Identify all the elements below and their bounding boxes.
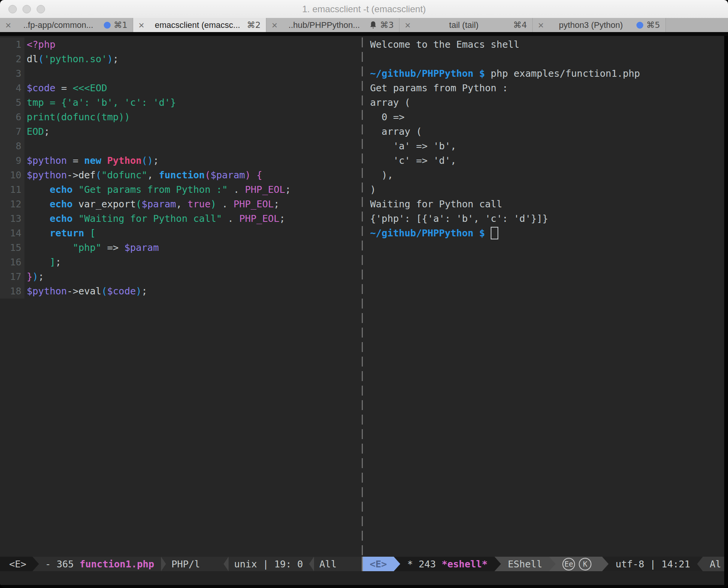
- tab-label: python3 (Python): [548, 20, 634, 30]
- code-token: (: [142, 155, 147, 166]
- powerline-arrow: [602, 557, 609, 571]
- modeline-segment: utf-8 | 14:21: [609, 557, 697, 571]
- tab-bar-filler: [666, 18, 728, 32]
- code-token: (: [96, 170, 101, 181]
- shell-line: 'a' => 'b',: [363, 139, 724, 153]
- tab-3[interactable]: ×..hub/PHPPython...⌘3: [266, 18, 399, 32]
- code-token: $python: [27, 286, 67, 297]
- eshell-pane[interactable]: Welcome to the Emacs shell~/github/PHPPy…: [363, 37, 724, 241]
- terminal-window: 1. emacsclient -t (emacsclient) ×..fp-ap…: [0, 0, 728, 588]
- shell-line: [363, 52, 724, 66]
- code-token: [: [90, 228, 96, 239]
- echo-area[interactable]: [0, 571, 724, 585]
- screen: 1. emacsclient -t (emacsclient) ×..fp-ap…: [0, 0, 728, 588]
- code-token: =: [55, 82, 72, 94]
- shell-token: Get params from Python :: [370, 82, 508, 94]
- shell-line: ),: [363, 168, 724, 183]
- line-number: 15: [0, 241, 24, 255]
- tab-close-icon[interactable]: ×: [405, 20, 411, 30]
- code-token: print(dofunc(tmp)): [27, 111, 130, 123]
- line-number: 17: [0, 270, 24, 284]
- modeline-field: unix | 19: 0: [234, 557, 303, 571]
- code-line: 9$python = new Python();: [0, 153, 362, 168]
- shell-token: array (: [370, 97, 410, 108]
- code-token: "php": [72, 242, 101, 253]
- code-token: [27, 184, 50, 195]
- code-token: PHP_EOL: [239, 213, 279, 224]
- code-token: "Get params from Python :": [79, 184, 228, 195]
- powerline-arrow: [549, 557, 556, 571]
- shell-line: array (: [363, 95, 724, 110]
- line-number: 5: [0, 95, 24, 110]
- code-token: ;: [274, 199, 279, 210]
- bell-icon: [369, 21, 377, 29]
- tabbar-content-divider: [0, 32, 728, 36]
- code-token: eval: [78, 286, 101, 297]
- code-token: [27, 257, 50, 268]
- code-token: echo: [50, 199, 72, 210]
- shell-line: ~/github/PHPPython $ php examples/functi…: [363, 66, 724, 81]
- code-line: 18$python->eval($code);: [0, 284, 362, 299]
- tab-shortcut: ⌘1: [114, 20, 127, 30]
- tab-5[interactable]: ×python3 (Python)⌘5: [533, 18, 666, 32]
- tab-close-icon[interactable]: ×: [5, 20, 11, 30]
- code-token: $python: [27, 170, 67, 181]
- shell-token: Welcome to the Emacs shell: [370, 39, 519, 50]
- modeline-text: All: [319, 559, 337, 570]
- code-token: ): [32, 271, 38, 282]
- shell-line: 0 =>: [363, 110, 724, 124]
- code-token: [27, 228, 50, 239]
- code-token: [27, 242, 72, 253]
- code-token: 'python.so': [44, 53, 107, 65]
- code-token: ): [211, 199, 216, 210]
- title-bar[interactable]: 1. emacsclient -t (emacsclient): [0, 0, 728, 18]
- modeline-client-indicator: <E>: [0, 557, 32, 571]
- code-line: 17});: [0, 270, 362, 284]
- mode-lines: <E>- 365 function1.phpPHP/lunix | 19: 0A…: [0, 557, 724, 571]
- modeline-chevron-left-icon: [309, 557, 314, 571]
- code-token: var_export: [79, 199, 136, 210]
- code-line: 7EOD;: [0, 124, 362, 139]
- tab-close-icon[interactable]: ×: [272, 20, 277, 30]
- tab-close-icon[interactable]: ×: [538, 20, 544, 30]
- code-token: }: [27, 271, 32, 282]
- code-token: ;: [44, 126, 50, 137]
- terminal-body: 1<?php2dl('python.so');34$code = <<<EOD5…: [0, 36, 728, 585]
- code-token: .: [216, 199, 234, 210]
- code-line: 16 ];: [0, 255, 362, 270]
- code-token: [251, 170, 256, 181]
- tab-1[interactable]: ×..fp-app/common...⌘1: [0, 18, 133, 32]
- modeline-segment: * 243 *eshell*: [400, 557, 494, 571]
- code-token: ->: [67, 170, 78, 181]
- line-number: 9: [0, 153, 24, 168]
- code-line: 14 return [: [0, 226, 362, 241]
- code-token: ,: [147, 170, 159, 181]
- code-token: ;: [285, 184, 291, 195]
- tab-close-icon[interactable]: ×: [139, 20, 144, 30]
- tab-shortcut: ⌘4: [513, 20, 527, 30]
- encoding-circle-icon: Ee: [562, 558, 575, 570]
- code-line: 13 echo "Waiting for Python call" . PHP_…: [0, 212, 362, 226]
- code-token: =>: [101, 242, 124, 253]
- modeline-text: function1.php: [79, 559, 154, 570]
- code-token: $param: [142, 199, 176, 210]
- code-token: ): [245, 170, 251, 181]
- code-line: 6print(dofunc(tmp)): [0, 110, 362, 124]
- line-number: 13: [0, 212, 24, 226]
- code-token: <?php: [27, 39, 55, 50]
- code-line: 10$python->def("dofunc", function($param…: [0, 168, 362, 183]
- emacs-frame: 1<?php2dl('python.so');34$code = <<<EOD5…: [0, 36, 724, 557]
- modeline-chevron-right-icon: [161, 557, 166, 571]
- code-token: def: [78, 170, 95, 181]
- code-token: return: [50, 228, 84, 239]
- code-line: 1<?php: [0, 37, 362, 52]
- shell-line: 'c' => 'd',: [363, 153, 724, 168]
- modeline-chevron-left-icon: [224, 557, 229, 571]
- shell-token: ),: [370, 170, 393, 181]
- code-token: ): [147, 155, 153, 166]
- bell-indicator: [369, 21, 377, 29]
- modeline-chevron-left-icon: [697, 557, 703, 571]
- tab-2[interactable]: ×emacsclient (emacsc...⌘2: [133, 18, 266, 32]
- tab-4[interactable]: ×tail (tail)⌘4: [399, 18, 533, 32]
- php-buffer-pane[interactable]: 1<?php2dl('python.so');34$code = <<<EOD5…: [0, 37, 362, 299]
